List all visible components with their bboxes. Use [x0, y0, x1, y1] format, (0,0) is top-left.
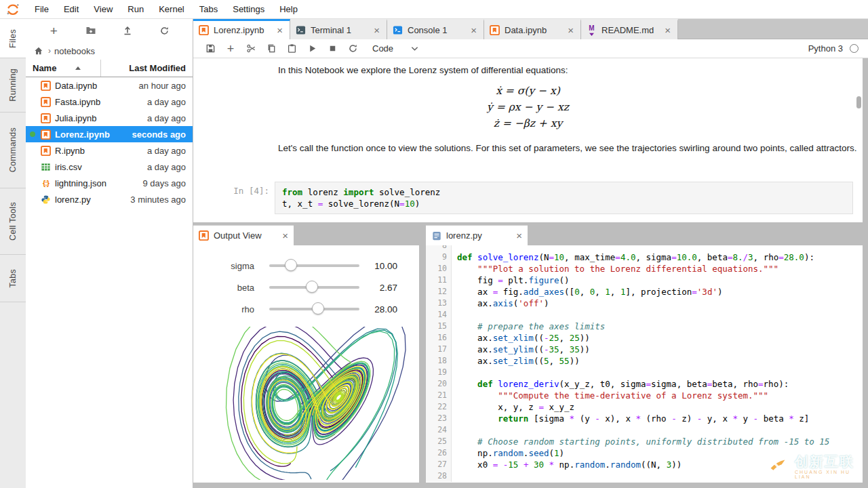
left-activity-bar: FilesRunningCommandsCell ToolsTabs: [0, 19, 26, 488]
watermark-logo-icon: [765, 453, 791, 479]
file-row-lightning.json[interactable]: {:}lightning.json9 days ago: [26, 175, 193, 191]
file-row-data.ipynb[interactable]: Data.ipynban hour ago: [26, 77, 193, 94]
slider-track[interactable]: [269, 308, 359, 310]
refresh-icon[interactable]: [156, 22, 174, 39]
close-icon[interactable]: ×: [282, 230, 288, 241]
console-icon: [393, 25, 403, 35]
tab-console-1[interactable]: Console 1×: [387, 19, 484, 39]
menu-kernel[interactable]: Kernel: [151, 0, 192, 19]
python-icon: [41, 195, 51, 205]
sidebar-tab-label: Cell Tools: [8, 202, 18, 241]
equation-line: ẋ = σ(y − x): [193, 83, 863, 99]
slider-track[interactable]: [269, 264, 359, 267]
tab-output-view[interactable]: Output View ×: [193, 225, 294, 245]
file-modified: an hour ago: [139, 81, 186, 91]
sidebar-tab-tabs[interactable]: Tabs: [0, 255, 26, 302]
file-row-fasta.ipynb[interactable]: Fasta.ipynba day ago: [26, 94, 193, 110]
home-icon[interactable]: [33, 42, 45, 60]
file-modified: a day ago: [147, 113, 186, 123]
notebook-toolbar: + Code Python 3: [193, 39, 868, 58]
menu-bar: FileEditViewRunKernelTabsSettingsHelp: [0, 0, 868, 19]
menu-run[interactable]: Run: [120, 0, 151, 19]
tab-terminal-1[interactable]: Terminal 1×: [290, 19, 387, 39]
notebook-icon: [199, 25, 209, 35]
sidebar-tab-label: Files: [8, 29, 18, 48]
sidebar-tab-label: Tabs: [8, 269, 18, 288]
tab-lorenz-ipynb[interactable]: Lorenz.ipynb×: [193, 19, 290, 39]
tab-lorenz-py[interactable]: lorenz.py ×: [426, 225, 528, 245]
slider-knob[interactable]: [306, 281, 318, 293]
sidebar-tab-label: Running: [8, 68, 18, 102]
file-row-iris.csv[interactable]: iris.csva day ago: [26, 159, 193, 175]
close-icon[interactable]: ×: [516, 230, 522, 241]
kernel-area: Python 3: [808, 43, 859, 54]
close-icon[interactable]: ×: [372, 25, 381, 35]
save-icon[interactable]: [201, 41, 219, 57]
slider-row-rho: rho28.00: [193, 298, 419, 320]
file-row-r.ipynb[interactable]: R.ipynba day ago: [26, 142, 193, 159]
slider-track[interactable]: [269, 286, 359, 289]
notebook-scrollbar-thumb[interactable]: [856, 96, 861, 108]
menu-help[interactable]: Help: [272, 0, 305, 19]
file-name: Lorenz.ipynb: [55, 129, 110, 140]
upload-icon[interactable]: [119, 22, 136, 39]
close-icon[interactable]: ×: [469, 25, 478, 35]
breadcrumb: › notebooks: [26, 42, 193, 60]
watermark-text: 创新互联: [795, 454, 868, 469]
insert-icon[interactable]: +: [222, 41, 239, 57]
notebook-toolbar-icons: +: [201, 41, 364, 57]
sidebar-tab-commands[interactable]: Commands: [0, 113, 26, 188]
column-divider: [100, 60, 101, 77]
equation-block: ẋ = σ(y − x)ẏ = ρx − y − xzż = −βz + xy: [193, 83, 863, 131]
tab-readme-md[interactable]: MREADME.md×: [581, 19, 678, 39]
cut-icon[interactable]: [242, 41, 260, 57]
cell-type-select[interactable]: Code: [372, 43, 418, 54]
menu-file[interactable]: File: [27, 0, 56, 19]
slider-knob[interactable]: [285, 259, 297, 271]
jupyter-logo-icon: [5, 2, 20, 17]
file-row-lorenz.ipynb[interactable]: Lorenz.ipynbseconds ago: [26, 126, 193, 142]
sidebar-tab-files[interactable]: Files: [0, 19, 26, 58]
sidebar-tab-running[interactable]: Running: [0, 58, 26, 113]
breadcrumb-path[interactable]: notebooks: [54, 46, 95, 56]
menu-settings[interactable]: Settings: [225, 0, 272, 19]
file-row-lorenz.py[interactable]: lorenz.py3 minutes ago: [26, 191, 193, 207]
slider-knob[interactable]: [312, 302, 324, 314]
code-cell-input[interactable]: from lorenz import solve_lorenzt, x_t = …: [275, 182, 853, 214]
file-name: lightning.json: [55, 178, 106, 188]
restart-icon[interactable]: [344, 41, 361, 57]
file-modified: a day ago: [147, 97, 186, 107]
new-launcher-icon[interactable]: +: [45, 22, 62, 39]
file-modified: seconds ago: [132, 129, 186, 140]
equation-line: ż = −βz + xy: [193, 115, 863, 131]
notebook-icon: [490, 25, 500, 35]
close-icon[interactable]: ×: [663, 25, 672, 35]
stop-icon[interactable]: [323, 41, 341, 57]
new-folder-icon[interactable]: [82, 22, 100, 39]
paste-icon[interactable]: [283, 41, 300, 57]
close-icon[interactable]: ×: [566, 25, 575, 35]
close-icon[interactable]: ×: [275, 25, 284, 35]
markdown-icon: M: [587, 25, 597, 35]
jupyterlab-window: FileEditViewRunKernelTabsSettingsHelp Fi…: [0, 0, 868, 488]
equation-line: ẏ = ρx − y − xz: [193, 99, 863, 115]
output-view-panel: sigma10.00beta2.67rho28.00: [193, 245, 419, 483]
column-last-modified[interactable]: Last Modified: [129, 63, 186, 73]
sidebar-tab-cell-tools[interactable]: Cell Tools: [0, 188, 26, 255]
sidebar-tab-label: Commands: [8, 127, 18, 172]
run-icon[interactable]: [303, 41, 321, 57]
menu-view[interactable]: View: [86, 0, 120, 19]
main-dock-area: Lorenz.ipynb×Terminal 1×Console 1×Data.i…: [193, 19, 868, 488]
kernel-status-icon: [850, 44, 859, 53]
tab-data-ipynb[interactable]: Data.ipynb×: [484, 19, 581, 39]
code-editor-panel[interactable]: 8910111213141516171819202122232425262728…: [426, 245, 863, 483]
menu-tabs[interactable]: Tabs: [192, 0, 225, 19]
copy-icon[interactable]: [262, 41, 280, 57]
menu-edit[interactable]: Edit: [56, 0, 86, 19]
column-name[interactable]: Name: [26, 63, 56, 73]
file-row-julia.ipynb[interactable]: Julia.ipynba day ago: [26, 110, 193, 126]
tab-label: Output View: [214, 230, 282, 241]
notebook-icon: [41, 97, 51, 107]
notebook-icon: [41, 113, 51, 123]
file-modified: a day ago: [147, 162, 186, 172]
